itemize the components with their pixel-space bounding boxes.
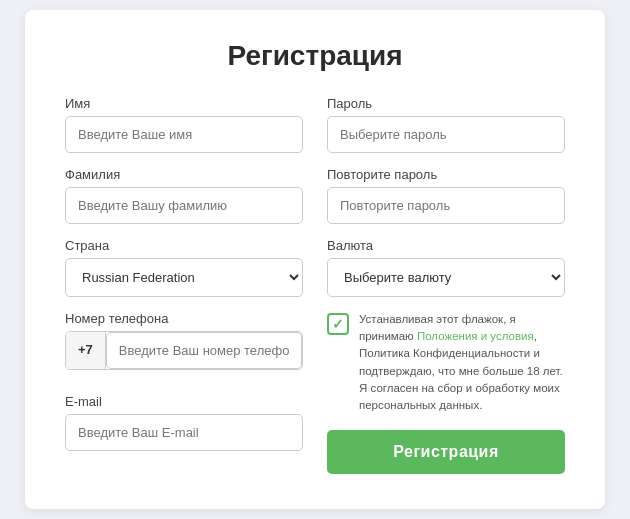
register-button[interactable]: Регистрация xyxy=(327,430,565,474)
last-name-label: Фамилия xyxy=(65,167,303,182)
phone-group: Номер телефона +7 xyxy=(65,311,303,380)
confirm-password-group: Повторите пароль xyxy=(327,167,565,224)
phone-label: Номер телефона xyxy=(65,311,303,326)
first-name-label: Имя xyxy=(65,96,303,111)
confirm-password-label: Повторите пароль xyxy=(327,167,565,182)
currency-label: Валюта xyxy=(327,238,565,253)
country-group: Страна Russian Federation United States … xyxy=(65,238,303,297)
confirm-password-input[interactable] xyxy=(327,187,565,224)
form-grid: Имя Пароль Фамилия Повторите пароль Стра… xyxy=(65,96,565,475)
phone-prefix: +7 xyxy=(66,332,106,369)
email-label: E-mail xyxy=(65,394,303,409)
password-input[interactable] xyxy=(327,116,565,153)
first-name-input[interactable] xyxy=(65,116,303,153)
email-group: E-mail xyxy=(65,394,303,461)
page-title: Регистрация xyxy=(65,40,565,72)
currency-select[interactable]: Выберите валюту USD EUR RUB GBP xyxy=(327,258,565,297)
terms-text: Устанавливая этот флажок, я принимаю Пол… xyxy=(359,311,565,415)
email-input[interactable] xyxy=(65,414,303,451)
right-bottom-section: ✓ Устанавливая этот флажок, я принимаю П… xyxy=(327,311,565,475)
last-name-input[interactable] xyxy=(65,187,303,224)
terms-link[interactable]: Положения и условия xyxy=(417,330,534,342)
phone-input-wrapper: +7 xyxy=(65,331,303,370)
password-group: Пароль xyxy=(327,96,565,153)
registration-form: Регистрация Имя Пароль Фамилия Повторите… xyxy=(25,10,605,510)
terms-checkbox-area: ✓ Устанавливая этот флажок, я принимаю П… xyxy=(327,311,565,415)
terms-checkbox[interactable]: ✓ xyxy=(327,313,349,335)
first-name-group: Имя xyxy=(65,96,303,153)
country-label: Страна xyxy=(65,238,303,253)
phone-input[interactable] xyxy=(106,332,302,369)
checkmark-icon: ✓ xyxy=(332,316,344,332)
last-name-group: Фамилия xyxy=(65,167,303,224)
password-label: Пароль xyxy=(327,96,565,111)
country-select[interactable]: Russian Federation United States Germany… xyxy=(65,258,303,297)
currency-group: Валюта Выберите валюту USD EUR RUB GBP xyxy=(327,238,565,297)
